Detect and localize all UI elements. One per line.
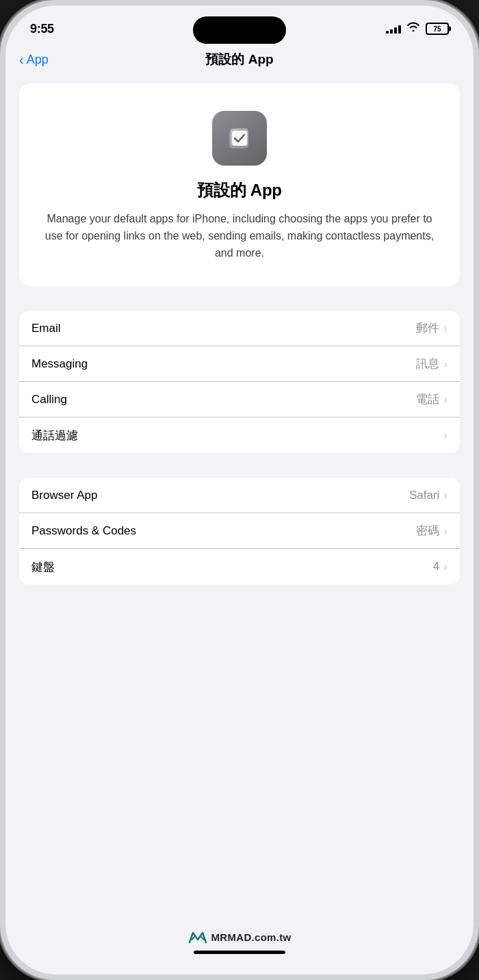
phone-frame: 9:55 7: [0, 0, 479, 980]
back-button[interactable]: ‹ App: [19, 53, 49, 67]
passwords-row[interactable]: Passwords & Codes 密碼 ›: [19, 513, 460, 549]
dynamic-island: [193, 16, 286, 44]
call-filter-chevron-icon: ›: [443, 428, 448, 442]
back-chevron-icon: ‹: [19, 53, 24, 66]
browser-app-value: Safari: [409, 489, 439, 502]
settings-section-1: Email 郵件 › Messaging 訊息 › Calling: [19, 311, 460, 453]
keyboard-chevron-icon: ›: [443, 560, 448, 573]
call-filter-row[interactable]: 通話過濾 ›: [19, 417, 460, 453]
signal-bars-icon: [386, 24, 401, 34]
default-apps-icon: [224, 122, 255, 154]
email-row[interactable]: Email 郵件 ›: [19, 311, 460, 346]
browser-app-chevron-icon: ›: [443, 489, 448, 502]
brand-text: MRMAD.com.tw: [211, 931, 292, 943]
status-icons: 75: [386, 23, 449, 35]
status-time: 9:55: [30, 22, 54, 36]
screen: 9:55 7: [5, 5, 474, 975]
back-label: App: [27, 53, 49, 67]
messaging-chevron-icon: ›: [443, 357, 448, 371]
info-card: 預設的 App Manage your default apps for iPh…: [19, 83, 460, 286]
app-icon: [212, 111, 267, 166]
scroll-content: 預設的 App Manage your default apps for iPh…: [5, 77, 474, 922]
settings-section-2: Browser App Safari › Passwords & Codes 密…: [19, 478, 460, 584]
calling-row[interactable]: Calling 電話 ›: [19, 382, 460, 417]
messaging-right: 訊息 ›: [416, 356, 448, 372]
passwords-right: 密碼 ›: [416, 523, 448, 539]
email-value: 郵件: [416, 320, 439, 336]
browser-app-label: Browser App: [31, 489, 97, 502]
battery-icon: 75: [426, 23, 449, 35]
calling-right: 電話 ›: [416, 391, 448, 407]
passwords-chevron-icon: ›: [443, 524, 448, 538]
keyboard-label: 鍵盤: [31, 559, 55, 575]
email-chevron-icon: ›: [443, 322, 448, 335]
keyboard-right: 4 ›: [433, 560, 448, 573]
messaging-row[interactable]: Messaging 訊息 ›: [19, 346, 460, 382]
home-indicator: [194, 951, 285, 954]
nav-bar: ‹ App 預設的 App: [5, 45, 474, 77]
passwords-value: 密碼: [416, 523, 439, 539]
messaging-label: Messaging: [31, 357, 88, 371]
email-label: Email: [31, 322, 61, 335]
page-title: 預設的 App: [205, 51, 273, 68]
app-icon-wrapper: [40, 111, 439, 166]
messaging-value: 訊息: [416, 356, 439, 372]
keyboard-value: 4: [433, 560, 439, 573]
passwords-label: Passwords & Codes: [31, 524, 136, 538]
call-filter-right: ›: [443, 428, 448, 442]
wifi-icon: [406, 22, 420, 34]
browser-app-right: Safari ›: [409, 489, 448, 502]
mrmad-logo-icon: [188, 930, 207, 944]
info-card-title: 預設的 App: [40, 179, 439, 201]
calling-value: 電話: [416, 391, 439, 407]
home-indicator-area: MRMAD.com.tw: [5, 922, 474, 975]
info-card-description: Manage your default apps for iPhone, inc…: [40, 211, 439, 261]
email-right: 郵件 ›: [416, 320, 448, 336]
keyboard-row[interactable]: 鍵盤 4 ›: [19, 549, 460, 584]
calling-chevron-icon: ›: [443, 393, 448, 407]
calling-label: Calling: [31, 393, 67, 407]
browser-app-row[interactable]: Browser App Safari ›: [19, 478, 460, 513]
mrmad-logo: MRMAD.com.tw: [188, 930, 292, 944]
call-filter-label: 通話過濾: [31, 428, 78, 443]
